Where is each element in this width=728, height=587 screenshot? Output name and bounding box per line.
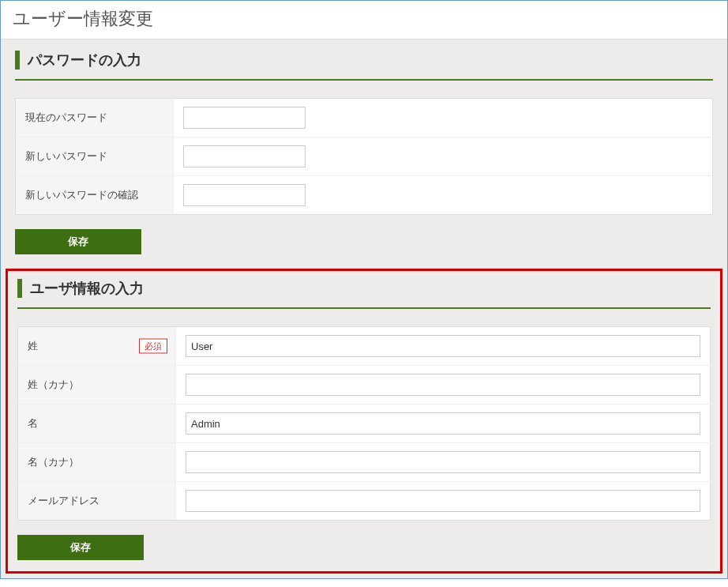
lastname-kana-row: 姓（カナ） — [18, 366, 711, 405]
confirm-password-row: 新しいパスワードの確認 — [16, 176, 713, 215]
page-title: ユーザー情報変更 — [1, 1, 727, 40]
confirm-password-input[interactable] — [183, 184, 306, 206]
current-password-row: 現在のパスワード — [16, 99, 713, 137]
new-password-row: 新しいパスワード — [16, 137, 713, 176]
email-row: メールアドレス — [18, 482, 711, 521]
required-badge: 必須 — [139, 339, 167, 354]
section-divider — [17, 307, 711, 309]
firstname-row: 名 — [18, 405, 711, 443]
lastname-input[interactable] — [186, 335, 700, 357]
lastname-row: 姓 必須 — [18, 327, 711, 366]
email-input[interactable] — [186, 490, 700, 512]
password-save-button[interactable]: 保存 — [15, 229, 141, 254]
current-password-label: 現在のパスワード — [16, 99, 174, 137]
new-password-input[interactable] — [183, 145, 306, 167]
password-section-title: パスワードの入力 — [15, 51, 713, 70]
password-form-table: 現在のパスワード 新しいパスワード 新しいパスワードの確認 — [15, 98, 713, 215]
password-section: パスワードの入力 現在のパスワード 新しいパスワード 新しいパスワードの確認 保… — [1, 40, 727, 269]
new-password-label: 新しいパスワード — [16, 137, 174, 176]
firstname-kana-input[interactable] — [186, 451, 700, 473]
user-form-table: 姓 必須 姓（カナ） 名 名（カナ） メールアドレス — [17, 326, 711, 521]
user-info-section-highlight: ユーザ情報の入力 姓 必須 姓（カナ） 名 名（カナ） — [6, 269, 722, 574]
lastname-label: 姓 必須 — [18, 327, 176, 366]
lastname-kana-label: 姓（カナ） — [18, 366, 176, 405]
user-section-title: ユーザ情報の入力 — [17, 279, 711, 298]
firstname-input[interactable] — [186, 412, 700, 435]
section-divider — [15, 79, 713, 81]
email-label: メールアドレス — [18, 482, 176, 521]
confirm-password-label: 新しいパスワードの確認 — [16, 176, 174, 215]
lastname-kana-input[interactable] — [186, 374, 700, 396]
current-password-input[interactable] — [183, 107, 306, 129]
lastname-label-text: 姓 — [28, 340, 38, 352]
firstname-kana-label: 名（カナ） — [18, 443, 176, 482]
firstname-kana-row: 名（カナ） — [18, 443, 711, 482]
firstname-label: 名 — [18, 405, 176, 443]
user-save-button[interactable]: 保存 — [17, 535, 144, 560]
